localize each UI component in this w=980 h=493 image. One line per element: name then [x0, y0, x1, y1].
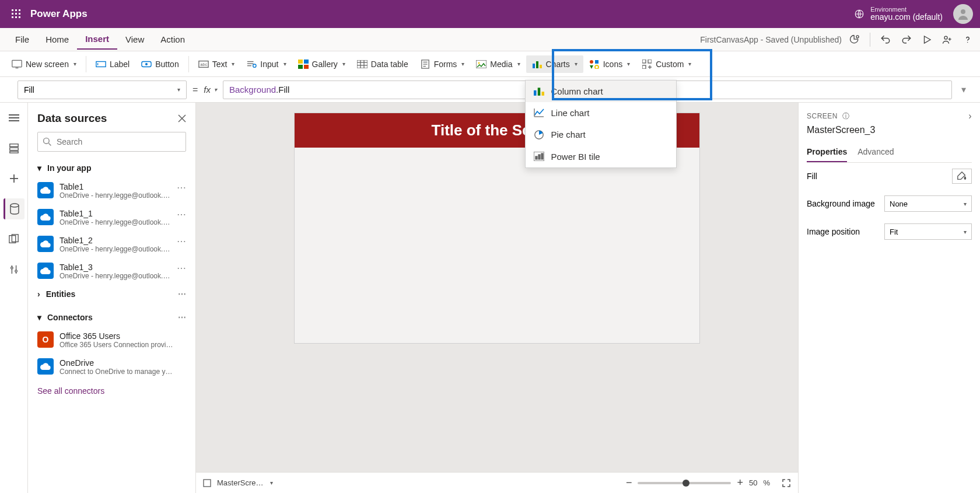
zoom-slider[interactable]: [638, 482, 731, 484]
chart-option-label: Column chart: [551, 86, 603, 96]
column-chart-icon: [534, 86, 544, 96]
tab-action[interactable]: Action: [152, 30, 193, 49]
share-icon[interactable]: [942, 34, 953, 46]
rail-hamburger-icon[interactable]: [4, 107, 24, 128]
rail-tree-icon[interactable]: [4, 138, 24, 159]
user-avatar[interactable]: [953, 4, 973, 24]
chart-option-line[interactable]: Line chart: [526, 102, 676, 124]
zoom-in-icon[interactable]: +: [737, 477, 743, 489]
svg-point-58: [595, 65, 598, 69]
more-icon[interactable]: ⋯: [178, 289, 186, 299]
bg-image-select[interactable]: None ▾: [884, 195, 972, 212]
forms-icon: [420, 59, 430, 69]
chevron-down-icon: ▾: [461, 61, 464, 67]
data-table-button[interactable]: Data table: [351, 55, 414, 73]
chevron-down-icon[interactable]: ▾: [270, 480, 273, 486]
custom-button[interactable]: Custom ▾: [636, 55, 697, 73]
svg-rect-47: [541, 92, 544, 96]
close-icon[interactable]: [178, 114, 186, 123]
group-entities[interactable]: › Entities ⋯: [34, 285, 190, 303]
undo-icon[interactable]: [880, 34, 891, 46]
charts-button[interactable]: Charts ▾ Column chart Line chart Pie cha…: [526, 55, 583, 73]
image-position-select[interactable]: Fit ▾: [884, 223, 972, 240]
more-icon[interactable]: ⋯: [177, 236, 186, 247]
group-in-your-app[interactable]: ▾ In your app: [34, 159, 190, 177]
chevron-right-icon[interactable]: ›: [968, 111, 972, 121]
svg-rect-56: [595, 60, 598, 64]
new-screen-icon: [12, 59, 22, 69]
waffle-icon[interactable]: [7, 5, 26, 23]
svg-line-80: [48, 143, 51, 145]
checkbox-icon[interactable]: [203, 479, 211, 487]
button-button[interactable]: Button: [135, 55, 184, 73]
tab-file[interactable]: File: [7, 30, 37, 49]
environment-value: enayu.com (default): [870, 13, 943, 22]
tab-advanced[interactable]: Advanced: [858, 142, 894, 162]
input-button[interactable]: Input ▾: [240, 55, 292, 73]
equals-label: =: [192, 85, 198, 95]
see-all-connectors-link[interactable]: See all connectors: [34, 380, 190, 401]
rail-add-icon[interactable]: [4, 168, 24, 189]
search-input[interactable]: [57, 137, 181, 146]
onedrive-icon: [37, 358, 54, 375]
footer-screen-name[interactable]: MasterScre…: [217, 478, 263, 487]
property-selector[interactable]: Fill ▾: [18, 81, 187, 99]
text-button[interactable]: abc Text ▾: [192, 55, 241, 73]
chart-option-pie[interactable]: Pie chart: [526, 124, 676, 146]
tab-insert[interactable]: Insert: [77, 29, 117, 50]
data-sources-search[interactable]: [37, 132, 186, 152]
fit-screen-icon[interactable]: [782, 478, 791, 488]
more-icon[interactable]: ⋯: [177, 263, 186, 274]
image-pos-value: Fit: [890, 228, 898, 236]
help-icon[interactable]: [963, 34, 973, 45]
rail-data-icon[interactable]: [4, 198, 24, 219]
table-row[interactable]: Table1_1OneDrive - henry.legge@outlook.c…: [34, 204, 190, 231]
table-row[interactable]: Table1_2OneDrive - henry.legge@outlook.c…: [34, 231, 190, 258]
label-button[interactable]: Label: [90, 55, 135, 73]
fx-label[interactable]: fx▾: [204, 85, 217, 95]
new-screen-label: New screen: [26, 60, 69, 69]
forms-button[interactable]: Forms ▾: [414, 55, 471, 73]
svg-rect-67: [9, 151, 18, 153]
table-row[interactable]: Table1OneDrive - henry.legge@outlook.com…: [34, 177, 190, 204]
play-icon[interactable]: [922, 34, 932, 45]
redo-icon[interactable]: [901, 34, 912, 46]
charts-label: Charts: [546, 60, 570, 69]
svg-rect-15: [12, 60, 22, 67]
gallery-button[interactable]: Gallery ▾: [292, 55, 351, 73]
connector-row[interactable]: OneDriveConnect to OneDrive to manage yo…: [34, 354, 190, 380]
table-sub: OneDrive - henry.legge@outlook.com: [60, 191, 171, 200]
group-connectors[interactable]: ▾ Connectors ⋯: [34, 308, 190, 327]
environment-selector[interactable]: Environment enayu.com (default): [854, 6, 943, 22]
text-label: Text: [212, 60, 228, 69]
tab-home[interactable]: Home: [37, 30, 77, 49]
connector-name: Office 365 Users: [60, 331, 176, 341]
new-screen-button[interactable]: New screen ▾: [6, 55, 82, 73]
rail-media-icon[interactable]: [4, 229, 24, 250]
rail-advanced-icon[interactable]: [4, 259, 24, 280]
table-row[interactable]: Table1_3OneDrive - henry.legge@outlook.c…: [34, 258, 190, 285]
more-icon[interactable]: ⋯: [177, 182, 186, 193]
text-icon: abc: [198, 59, 209, 69]
tab-properties[interactable]: Properties: [807, 142, 847, 162]
expand-formula-icon[interactable]: ▾: [958, 84, 970, 95]
svg-point-13: [944, 36, 947, 39]
chart-option-column[interactable]: Column chart: [526, 81, 676, 102]
media-button[interactable]: Media ▾: [470, 55, 526, 73]
chart-option-powerbi[interactable]: Power BI tile: [526, 146, 676, 167]
fill-color-swatch[interactable]: [952, 169, 972, 184]
custom-label: Custom: [656, 60, 684, 69]
connector-row[interactable]: O Office 365 UsersOffice 365 Users Conne…: [34, 327, 190, 354]
more-icon[interactable]: ⋯: [177, 209, 186, 220]
more-icon[interactable]: ⋯: [178, 313, 186, 322]
icons-button[interactable]: Icons ▾: [583, 55, 636, 73]
zoom-out-icon[interactable]: −: [626, 477, 632, 489]
table-sub: OneDrive - henry.legge@outlook.com: [60, 218, 171, 226]
forms-label: Forms: [434, 60, 457, 69]
search-icon: [43, 137, 52, 146]
tab-view[interactable]: View: [117, 30, 152, 49]
info-icon[interactable]: ⓘ: [842, 112, 850, 120]
app-checker-icon[interactable]: [849, 34, 860, 46]
svg-point-55: [590, 60, 593, 64]
chevron-down-icon: ▾: [964, 229, 967, 235]
